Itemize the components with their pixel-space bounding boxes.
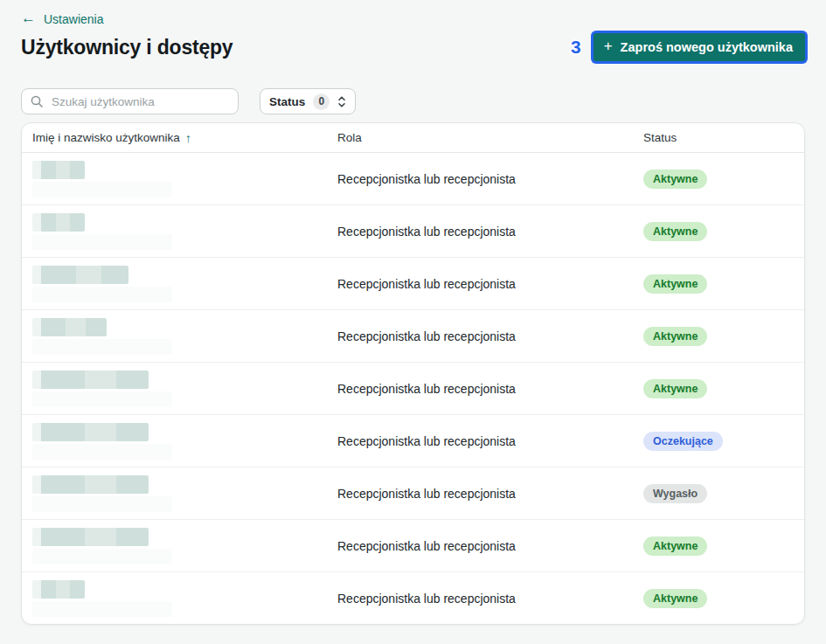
user-name-cell xyxy=(32,213,337,250)
user-status-cell: Oczekujące xyxy=(643,432,804,451)
user-role: Recepcjonistka lub recepcjonista xyxy=(337,172,643,186)
users-access-settings-page: ← Ustawienia Użytkownicy i dostępy 3 + Z… xyxy=(0,0,826,644)
status-badge: Aktywne xyxy=(643,379,707,398)
status-badge: Aktywne xyxy=(643,327,707,346)
status-badge: Oczekujące xyxy=(643,432,723,451)
table-row[interactable]: Recepcjonistka lub recepcjonista Aktywne xyxy=(22,309,804,362)
column-header-status: Status xyxy=(643,131,804,144)
redacted-user-name xyxy=(32,580,85,599)
redacted-user-name xyxy=(32,161,85,179)
user-name-cell xyxy=(32,580,337,617)
redacted-user-subtext xyxy=(32,287,172,302)
redacted-user-name xyxy=(32,370,149,389)
column-header-name-label: Imię i nazwisko użytkownika xyxy=(32,131,180,144)
table-row[interactable]: Recepcjonistka lub recepcjonista Aktywne xyxy=(22,519,804,571)
header-actions: 3 + Zaproś nowego użytkownika xyxy=(571,33,805,61)
redacted-user-subtext xyxy=(32,339,172,355)
redacted-user-subtext xyxy=(32,496,172,512)
table-row[interactable]: Recepcjonistka lub recepcjonista Aktywne xyxy=(22,571,804,624)
redacted-user-name xyxy=(32,475,149,494)
user-name-cell xyxy=(32,475,337,512)
user-status-cell: Aktywne xyxy=(643,170,804,189)
back-link-settings[interactable]: ← Ustawienia xyxy=(21,11,103,26)
invite-button-label: Zaproś nowego użytkownika xyxy=(621,40,793,54)
page-title: Użytkownicy i dostępy xyxy=(21,36,233,59)
user-name-cell xyxy=(32,528,337,564)
table-row[interactable]: Recepcjonistka lub recepcjonista Aktywne xyxy=(22,153,804,204)
redacted-user-name xyxy=(32,266,128,284)
user-status-cell: Aktywne xyxy=(643,222,804,241)
user-name-cell xyxy=(32,423,337,460)
search-box[interactable] xyxy=(21,88,239,114)
back-arrow-icon: ← xyxy=(21,10,36,25)
status-badge: Wygasło xyxy=(643,484,707,503)
plus-icon: + xyxy=(604,38,613,53)
users-table-card: Imię i nazwisko użytkownika ↑ Rola Statu… xyxy=(21,122,805,625)
user-role: Recepcjonistka lub recepcjonista xyxy=(337,592,643,606)
user-status-cell: Aktywne xyxy=(643,537,804,556)
page-header: Użytkownicy i dostępy 3 + Zaproś nowego … xyxy=(21,33,805,61)
column-header-name-sortable[interactable]: Imię i nazwisko użytkownika ↑ xyxy=(32,131,337,145)
user-status-cell: Aktywne xyxy=(643,589,804,608)
redacted-user-subtext xyxy=(32,234,172,250)
user-status-cell: Aktywne xyxy=(643,379,804,398)
status-badge: Aktywne xyxy=(643,274,707,294)
redacted-user-subtext xyxy=(32,444,172,460)
table-body: Recepcjonistka lub recepcjonista Aktywne… xyxy=(22,153,804,624)
status-badge: Aktywne xyxy=(643,222,707,241)
user-name-cell xyxy=(32,318,337,355)
chevron-updown-icon xyxy=(337,95,346,108)
redacted-user-name xyxy=(32,423,149,441)
search-icon xyxy=(31,95,43,107)
redacted-user-name xyxy=(32,318,107,336)
column-header-role: Rola xyxy=(337,131,643,144)
annotation-mark-3: 3 xyxy=(571,37,581,58)
table-row[interactable]: Recepcjonistka lub recepcjonista Wygasło xyxy=(22,467,804,519)
sort-ascending-icon: ↑ xyxy=(185,131,191,145)
user-role: Recepcjonistka lub recepcjonista xyxy=(337,277,643,291)
redacted-user-subtext xyxy=(32,601,172,617)
user-role: Recepcjonistka lub recepcjonista xyxy=(337,225,643,239)
status-badge: Aktywne xyxy=(643,589,707,608)
user-name-cell xyxy=(32,161,337,197)
status-badge: Aktywne xyxy=(643,170,707,189)
user-role: Recepcjonistka lub recepcjonista xyxy=(337,382,643,396)
status-filter-dropdown[interactable]: Status 0 xyxy=(260,88,356,114)
redacted-user-subtext xyxy=(32,391,172,407)
user-status-cell: Wygasło xyxy=(643,484,804,503)
table-row[interactable]: Recepcjonistka lub recepcjonista Oczekuj… xyxy=(22,414,804,467)
filters-toolbar: Status 0 xyxy=(21,88,805,114)
user-status-cell: Aktywne xyxy=(643,274,804,294)
status-filter-count-badge: 0 xyxy=(313,93,330,110)
user-name-cell xyxy=(32,266,337,302)
table-row[interactable]: Recepcjonistka lub recepcjonista Aktywne xyxy=(22,204,804,257)
redacted-user-name xyxy=(32,213,85,232)
table-header-row: Imię i nazwisko użytkownika ↑ Rola Statu… xyxy=(22,123,804,153)
search-user-input[interactable] xyxy=(50,94,229,109)
invite-new-user-button[interactable]: + Zaproś nowego użytkownika xyxy=(593,33,805,61)
user-role: Recepcjonistka lub recepcjonista xyxy=(337,434,643,448)
user-role: Recepcjonistka lub recepcjonista xyxy=(337,539,643,553)
redacted-user-name xyxy=(32,528,149,546)
table-row[interactable]: Recepcjonistka lub recepcjonista Aktywne xyxy=(22,362,804,414)
table-row[interactable]: Recepcjonistka lub recepcjonista Aktywne xyxy=(22,257,804,309)
status-badge: Aktywne xyxy=(643,537,707,556)
user-role: Recepcjonistka lub recepcjonista xyxy=(337,487,643,501)
status-filter-label: Status xyxy=(269,95,305,108)
user-status-cell: Aktywne xyxy=(643,327,804,346)
user-name-cell xyxy=(32,370,337,407)
redacted-user-subtext xyxy=(32,549,172,564)
redacted-user-subtext xyxy=(32,182,172,197)
user-role: Recepcjonistka lub recepcjonista xyxy=(337,329,643,343)
back-link-label: Ustawienia xyxy=(44,12,103,26)
